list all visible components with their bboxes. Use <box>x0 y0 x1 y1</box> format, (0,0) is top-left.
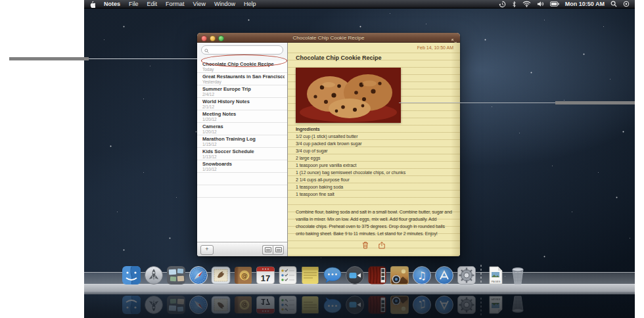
contacts-book-icon-reflection: @ <box>233 295 253 315</box>
note-date: 1/15/12 <box>202 142 285 147</box>
list-item[interactable]: Snowboards 1/10/12 <box>197 160 287 173</box>
dock-icon-pages-document[interactable]: PAGES <box>486 265 505 285</box>
dock-icon-app-store[interactable] <box>434 265 454 285</box>
note-date: 1/20/12 <box>202 129 285 135</box>
menu-bar: Notes File Edit Format View Window Help … <box>84 0 635 9</box>
calendar-icon-reflection: 17 <box>256 295 275 315</box>
callout-line-right-thin <box>399 102 555 103</box>
ingredient-line: 1 (12 ounce) bag semisweet chocolate chi… <box>296 169 452 176</box>
dock-icon-launchpad[interactable] <box>144 265 164 285</box>
menu-item-window[interactable]: Window <box>214 0 235 8</box>
dock-icon-contacts[interactable]: @ <box>233 265 253 285</box>
grid-view-icon <box>275 247 282 252</box>
list-item[interactable]: Great Restaurants in San Francisco Yeste… <box>197 73 287 85</box>
menu-bar-clock[interactable]: Mon 10:50 AM <box>565 1 605 7</box>
trash-basket-icon <box>508 265 528 285</box>
pages-document-icon: PAGES <box>486 265 505 285</box>
app-store-icon-reflection <box>434 295 454 315</box>
battery-icon[interactable] <box>550 1 559 7</box>
mail-stamp-icon-reflection <box>211 295 231 315</box>
contacts-book-icon: @ <box>233 265 253 285</box>
directions-paragraph: Combine flour, baking soda and salt in a… <box>296 208 452 237</box>
spotlight-icon[interactable] <box>610 1 617 7</box>
dock-icon-reminders[interactable] <box>278 265 298 285</box>
note-editor[interactable]: Feb 14, 10:50 AM Chocolate Chip Cookie R… <box>288 43 460 256</box>
menu-item-file[interactable]: File <box>129 0 139 8</box>
dock-icon-app-store-reflection <box>434 295 454 315</box>
wifi-icon[interactable] <box>522 1 531 7</box>
note-list: Chocolate Chip Cookie Recipe Today Great… <box>197 60 287 242</box>
menu-item-format[interactable]: Format <box>166 0 185 8</box>
list-item[interactable]: Meeting Notes 1/20/12 <box>197 110 287 123</box>
list-item[interactable]: Kids Soccer Schedule 1/13/12 <box>197 148 287 160</box>
note-title: Summer Europe Trip <box>202 86 285 92</box>
svg-text:17: 17 <box>261 297 270 307</box>
ingredient-line: 3/4 cup of sugar <box>296 147 452 154</box>
dock-icon-safari[interactable] <box>189 265 208 285</box>
ingredient-line: 1/2 cup (1 stick) unsalted butter <box>296 133 452 140</box>
dock-icon-photo-booth-reflection <box>367 295 387 315</box>
menu-item-notes[interactable]: Notes <box>104 0 120 8</box>
dock-icon-calendar[interactable]: 17 <box>256 265 275 285</box>
add-note-button[interactable]: + <box>200 245 214 255</box>
close-button[interactable] <box>201 35 207 41</box>
ingredient-line: 3/4 cup packed dark brown sugar <box>296 140 452 147</box>
volume-icon[interactable] <box>537 1 544 7</box>
dock-icon-trash[interactable] <box>508 265 528 285</box>
pages-document-icon-reflection: PAGES <box>486 295 505 315</box>
dock-icon-facetime[interactable] <box>345 265 365 285</box>
bluetooth-icon[interactable] <box>512 1 517 8</box>
grid-view-button[interactable] <box>273 245 284 255</box>
note-title: Cameras <box>202 124 285 129</box>
svg-text:17: 17 <box>261 273 270 283</box>
menu-item-edit[interactable]: Edit <box>147 0 158 8</box>
time-machine-icon[interactable] <box>499 1 506 8</box>
dock-icon-finder[interactable] <box>122 265 141 285</box>
svg-text:@: @ <box>241 272 248 279</box>
window-body: Chocolate Chip Cookie Recipe Today Great… <box>197 43 460 256</box>
dock-icon-mail[interactable] <box>211 265 231 285</box>
facetime-camera-icon-reflection <box>345 295 365 315</box>
dock-icon-mission-control[interactable] <box>166 265 186 285</box>
dock-divider <box>480 265 482 283</box>
note-actions <box>288 240 460 252</box>
search-input[interactable] <box>201 45 283 55</box>
dock-icon-system-preferences[interactable] <box>457 265 476 285</box>
list-item[interactable]: Cameras 1/20/12 <box>197 123 287 135</box>
dock-icon-itunes[interactable]: ♫ <box>412 265 432 285</box>
minimize-button[interactable] <box>210 35 216 41</box>
note-date: 1/10/12 <box>202 167 285 172</box>
app-store-icon <box>434 265 454 285</box>
safari-compass-icon-reflection <box>189 295 208 315</box>
dock-icon-iphoto[interactable] <box>390 265 409 285</box>
dock-icon-photo-booth[interactable] <box>367 265 387 285</box>
search-icon <box>204 44 209 56</box>
list-item[interactable]: Summer Europe Trip 2/4/12 <box>197 85 287 98</box>
menu-bar-left: Notes File Edit Format View Window Help <box>89 0 256 8</box>
mission-control-icon-reflection <box>166 295 186 315</box>
menu-item-view[interactable]: View <box>193 0 206 8</box>
traffic-lights <box>201 35 224 41</box>
callout-line-right-thick <box>555 101 635 104</box>
dock-icon-trash-reflection <box>508 295 528 315</box>
menu-item-help[interactable]: Help <box>244 0 256 8</box>
zoom-button[interactable] <box>218 35 224 41</box>
dock-icon-notes[interactable] <box>300 265 320 285</box>
list-item[interactable]: World History Notes 2/1/12 <box>197 98 287 110</box>
dock-icon-itunes-reflection: ♫ <box>412 295 432 315</box>
list-item[interactable]: Marathon Training Log 1/15/12 <box>197 135 287 148</box>
facetime-camera-icon <box>345 265 365 285</box>
menu-bar-status-area: Mon 10:50 AM <box>499 1 630 8</box>
notes-sidebar: Chocolate Chip Cookie Recipe Today Great… <box>197 43 288 256</box>
apple-menu-icon[interactable] <box>89 1 95 8</box>
notes-notepad-icon-reflection <box>300 295 320 315</box>
trash-icon[interactable] <box>362 240 369 252</box>
list-view-button[interactable] <box>262 245 273 255</box>
note-date: Today <box>202 67 285 72</box>
dock-icon-mail-reflection <box>211 295 231 315</box>
dock-icon-messages[interactable] <box>323 265 342 285</box>
window-title-bar[interactable]: Chocolate Chip Cookie Recipe <box>197 33 460 43</box>
notification-center-icon[interactable] <box>623 1 630 7</box>
share-icon[interactable] <box>378 240 386 252</box>
reflection-strip: @ 17 ♫ PAGES <box>84 292 635 318</box>
